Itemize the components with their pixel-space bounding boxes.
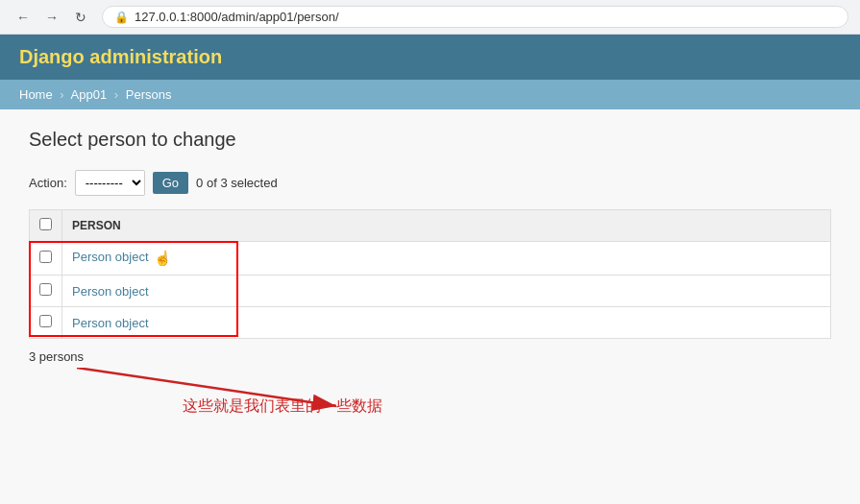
page-title: Select person to change <box>29 129 831 151</box>
count-text: 3 persons <box>29 349 84 364</box>
go-button[interactable]: Go <box>153 172 188 194</box>
select-all-checkbox[interactable] <box>39 218 52 230</box>
row-person-cell-2: Person object <box>62 276 831 307</box>
annotation-area: 这些就是我们表里的一些数据 <box>29 368 831 425</box>
table-row: Person object <box>30 307 831 339</box>
reload-button[interactable]: ↻ <box>69 6 92 29</box>
table-container: PERSON Person object ☝ <box>29 209 831 339</box>
table-header-row: PERSON <box>30 210 831 242</box>
annotation-text: 这些就是我们表里的一些数据 <box>183 396 382 417</box>
column-person: PERSON <box>62 210 831 242</box>
action-bar: Action: --------- Go 0 of 3 selected <box>29 170 831 196</box>
person-link-3[interactable]: Person object <box>72 316 149 330</box>
breadcrumb-current: Persons <box>126 87 172 102</box>
person-link-2[interactable]: Person object <box>72 284 149 299</box>
lock-icon: 🔒 <box>114 11 129 24</box>
admin-title-link[interactable]: Django administration <box>19 46 222 67</box>
row-checkbox-cell-1 <box>30 242 62 276</box>
row-person-cell-1: Person object ☝ <box>62 242 831 276</box>
url-bar[interactable]: 🔒 127.0.0.1:8000/admin/app01/person/ <box>102 6 848 28</box>
selected-count: 0 of 3 selected <box>196 176 278 190</box>
count-row: 3 persons <box>29 349 831 364</box>
breadcrumb-home[interactable]: Home <box>19 87 53 102</box>
breadcrumb-app[interactable]: App01 <box>71 87 108 102</box>
browser-chrome: ← → ↻ 🔒 127.0.0.1:8000/admin/app01/perso… <box>0 0 860 35</box>
row-checkbox-cell-2 <box>30 276 62 307</box>
breadcrumb-sep-2: › <box>114 87 118 102</box>
cursor-icon: ☝ <box>154 250 172 267</box>
forward-button[interactable]: → <box>40 6 63 29</box>
url-text: 127.0.0.1:8000/admin/app01/person/ <box>135 10 339 24</box>
breadcrumb: Home › App01 › Persons <box>0 80 860 109</box>
action-select[interactable]: --------- <box>75 170 145 196</box>
person-link-1[interactable]: Person object <box>72 250 149 264</box>
table-row: Person object <box>30 276 831 307</box>
row-person-cell-3: Person object <box>62 307 831 339</box>
nav-buttons: ← → ↻ <box>12 6 92 29</box>
admin-header: Django administration <box>0 35 860 80</box>
main-content: Select person to change Action: --------… <box>0 109 860 493</box>
row-checkbox-1[interactable] <box>39 251 52 263</box>
action-label: Action: <box>29 176 67 190</box>
person-table: PERSON Person object ☝ <box>29 209 831 339</box>
breadcrumb-sep-1: › <box>60 87 63 102</box>
back-button[interactable]: ← <box>12 6 35 29</box>
row-checkbox-2[interactable] <box>39 283 52 296</box>
row-checkbox-cell-3 <box>30 307 62 339</box>
table-row: Person object ☝ <box>30 242 831 276</box>
row-checkbox-3[interactable] <box>39 315 52 327</box>
header-checkbox-cell <box>30 210 62 242</box>
